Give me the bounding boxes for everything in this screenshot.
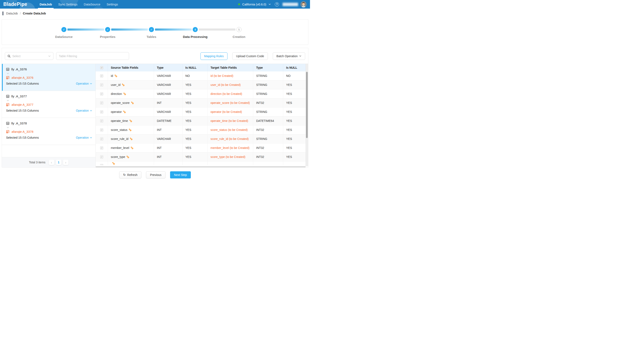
primary-key-icon bbox=[131, 101, 134, 104]
nav-tab[interactable]: Sync Settings bbox=[55, 0, 81, 9]
source-field-type: DATETIME bbox=[154, 116, 183, 125]
breadcrumb-accent-bar bbox=[2, 12, 3, 15]
step-circle-datasource: ✓ bbox=[61, 27, 66, 32]
primary-key-icon bbox=[130, 137, 133, 140]
target-field-type: INT32 bbox=[253, 143, 283, 152]
row-checkbox[interactable]: ✓ bbox=[100, 92, 103, 95]
refresh-icon: ↻ bbox=[123, 173, 126, 177]
table-filtering-input[interactable] bbox=[56, 52, 129, 60]
target-field-nullable: YES bbox=[283, 98, 306, 107]
row-checkbox[interactable]: ✓ bbox=[100, 74, 103, 77]
pagination-next-button[interactable]: › bbox=[63, 160, 68, 165]
table-list-footer: Total 3 items ‹ 1 › bbox=[2, 157, 95, 167]
select-all-checkbox[interactable]: ✓ bbox=[100, 66, 103, 69]
region-chevron-down-icon[interactable] bbox=[268, 3, 271, 5]
source-field-type: VARCHAR bbox=[154, 90, 183, 98]
row-checkbox[interactable]: ✓ bbox=[100, 128, 103, 132]
stepper-connector bbox=[199, 29, 235, 30]
table-row: ✓ operate_time DATETIME YES operate_time… bbox=[96, 116, 306, 125]
target-table-icon bbox=[6, 103, 10, 106]
app-logo[interactable]: BladePipe bbox=[3, 1, 27, 7]
horizontal-scrollbar-thumb[interactable] bbox=[96, 166, 306, 167]
source-field-name: score_type bbox=[111, 155, 125, 159]
source-field-type: VARCHAR bbox=[154, 71, 183, 80]
vertical-scrollbar-thumb[interactable] bbox=[306, 72, 308, 138]
row-checkbox[interactable]: ✓ bbox=[100, 101, 103, 105]
selected-columns-info: Selected 15 /15 Columns bbox=[6, 136, 39, 139]
table-row: ✓ id VARCHAR NO id (to be Created) STRIN… bbox=[96, 71, 306, 80]
upload-custom-code-button[interactable]: Upload Custom Code bbox=[232, 52, 268, 60]
table-row: ✓ bbox=[96, 162, 306, 165]
target-field-name: score_rule_id (to be Created) bbox=[208, 135, 253, 143]
table-mapping-card[interactable]: lly .A_3376 afanqie A_3376 Selected 15 /… bbox=[2, 64, 95, 91]
expand-chevron-down-icon[interactable] bbox=[6, 99, 92, 102]
source-field-name: user_id bbox=[111, 83, 121, 87]
row-checkbox[interactable]: ✓ bbox=[100, 164, 103, 165]
total-items-label: Total 3 items bbox=[29, 161, 46, 164]
target-field-nullable: YES bbox=[283, 80, 306, 89]
pagination-page-1[interactable]: 1 bbox=[56, 160, 61, 165]
expand-chevron-down-icon[interactable] bbox=[6, 126, 92, 129]
target-field-type bbox=[253, 162, 283, 165]
target-field-name: user_id (to be Created) bbox=[208, 80, 253, 89]
user-avatar[interactable] bbox=[300, 1, 307, 8]
operation-dropdown[interactable]: Operation bbox=[76, 82, 92, 85]
help-icon[interactable]: ? bbox=[275, 2, 279, 6]
step-label: DataSource bbox=[55, 35, 73, 39]
step-circle-tables: ✓ bbox=[149, 27, 154, 32]
source-field-type bbox=[154, 162, 183, 165]
table-mapping-card[interactable]: lly .A_3378 afanqie A_3378 Selected 15 /… bbox=[2, 118, 95, 145]
target-field-nullable: YES bbox=[283, 107, 306, 116]
table-row: ✓ score_rule_id VARCHAR YES score_rule_i… bbox=[96, 135, 306, 143]
source-field-type: VARCHAR bbox=[154, 135, 183, 143]
table-mapping-card[interactable]: lly .A_3377 afanqie A_3377 Selected 15 /… bbox=[2, 91, 95, 118]
row-checkbox[interactable]: ✓ bbox=[100, 83, 103, 87]
nav-tab[interactable]: Settings bbox=[104, 0, 121, 9]
page-title: Create DataJob bbox=[23, 12, 46, 15]
row-checkbox[interactable]: ✓ bbox=[100, 155, 103, 159]
row-checkbox[interactable]: ✓ bbox=[100, 137, 103, 140]
row-checkbox[interactable]: ✓ bbox=[100, 119, 103, 122]
operation-dropdown[interactable]: Operation bbox=[76, 109, 92, 112]
username-redacted bbox=[282, 3, 298, 6]
target-field-name: operator (to be Created) bbox=[208, 107, 253, 116]
primary-key-icon bbox=[129, 119, 132, 122]
breadcrumb-parent[interactable]: DataJob bbox=[6, 12, 18, 15]
target-field-nullable bbox=[283, 162, 306, 165]
source-field-nullable: YES bbox=[183, 80, 208, 89]
nav-tab[interactable]: DataSource bbox=[81, 0, 104, 9]
selected-columns-info: Selected 15 /15 Columns bbox=[6, 109, 39, 112]
search-select-dropdown[interactable]: Select bbox=[5, 52, 53, 60]
row-checkbox[interactable]: ✓ bbox=[100, 110, 103, 114]
batch-operation-button[interactable]: Batch Operation bbox=[273, 52, 305, 60]
previous-button[interactable]: Previous bbox=[146, 171, 165, 179]
target-field-nullable: YES bbox=[283, 90, 306, 98]
nav-tab-label: DataSource bbox=[84, 2, 100, 6]
expand-chevron-down-icon[interactable] bbox=[6, 72, 92, 75]
source-field-nullable: YES bbox=[183, 116, 208, 125]
source-table-icon bbox=[6, 68, 9, 71]
pagination-prev-button[interactable]: ‹ bbox=[49, 160, 54, 165]
active-tab-underline bbox=[38, 8, 54, 9]
region-version-selector[interactable]: California (v0.6.0) bbox=[242, 3, 266, 6]
refresh-button[interactable]: ↻ Refresh bbox=[119, 171, 142, 179]
source-field-type: VARCHAR bbox=[154, 80, 183, 89]
nav-tab-label: Settings bbox=[107, 2, 118, 6]
source-field-type: INT bbox=[154, 143, 183, 152]
source-table-name: lly .A_3376 bbox=[11, 67, 27, 71]
primary-key-icon bbox=[112, 162, 115, 165]
step-circle-creation: 5 bbox=[236, 27, 242, 32]
select-placeholder: Select bbox=[12, 54, 46, 58]
source-field-nullable: YES bbox=[183, 135, 208, 143]
row-checkbox[interactable]: ✓ bbox=[100, 146, 103, 150]
vertical-scrollbar-track[interactable] bbox=[306, 64, 308, 166]
nav-tab[interactable]: DataJob bbox=[36, 0, 55, 9]
target-field-name: score_status (to be Created) bbox=[208, 125, 253, 134]
mapping-rules-button[interactable]: Mapping Rules bbox=[201, 52, 228, 60]
target-field-name: operate_time (to be Created) bbox=[208, 116, 253, 125]
target-field-nullable: YES bbox=[283, 143, 306, 152]
next-step-button[interactable]: Next Step bbox=[170, 171, 191, 179]
target-field-name: id (to be Created) bbox=[208, 71, 253, 80]
target-field-name bbox=[208, 162, 253, 165]
operation-dropdown[interactable]: Operation bbox=[76, 136, 92, 139]
